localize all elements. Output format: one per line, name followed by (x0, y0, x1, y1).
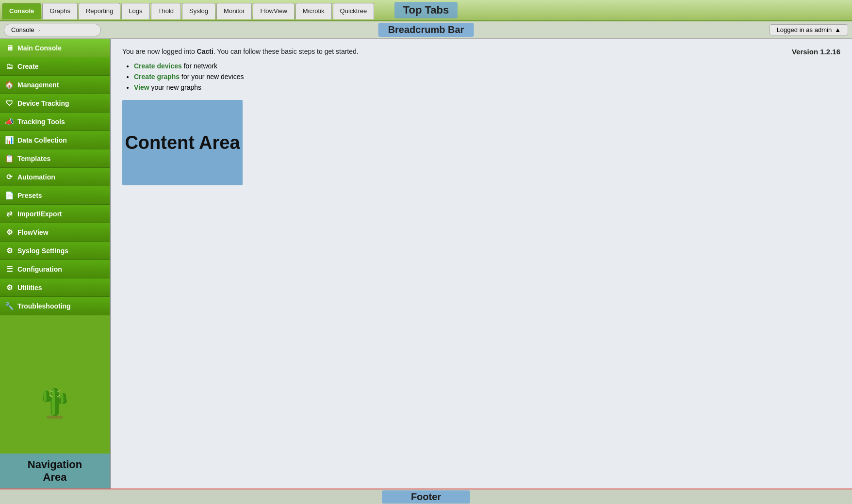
content-steps: Create devices for network Create graphs… (122, 62, 840, 91)
nav-area: NavigationArea (0, 315, 110, 488)
breadcrumb-arrow: › (38, 27, 40, 33)
sidebar-label-tracking-tools: Tracking Tools (17, 118, 65, 126)
step-create-devices-text: for network (184, 62, 217, 70)
step-create-devices: Create devices for network (134, 62, 840, 70)
management-icon: 🏠 (5, 81, 14, 89)
user-arrow-icon: ▲ (835, 26, 841, 33)
presets-icon: 📄 (5, 191, 14, 200)
sidebar-label-troubleshooting: Troubleshooting (17, 302, 71, 310)
sidebar-label-configuration: Configuration (17, 265, 62, 273)
sidebar-item-import-export[interactable]: ⇄ Import/Export (0, 205, 110, 223)
step-view-text: your new graphs (151, 83, 202, 91)
sidebar-label-syslog-settings: Syslog Settings (17, 247, 68, 255)
data-collection-icon: 📊 (5, 136, 14, 145)
top-tabs-bar: Console Graphs Reporting Logs Thold Sysl… (0, 0, 852, 21)
tab-monitor[interactable]: Monitor (216, 3, 252, 19)
view-link[interactable]: View (134, 83, 149, 91)
breadcrumb-user[interactable]: Logged in as admin ▲ (770, 24, 848, 35)
svg-rect-4 (44, 390, 47, 401)
svg-rect-7 (61, 393, 64, 404)
sidebar-label-templates: Templates (17, 155, 50, 163)
sidebar-label-import-export: Import/Export (17, 210, 62, 218)
sidebar-label-presets: Presets (17, 192, 42, 199)
breadcrumb-left: Console › (4, 24, 101, 36)
sidebar-item-device-tracking[interactable]: 🛡 Device Tracking (0, 94, 110, 113)
footer: Footer (0, 488, 852, 504)
sidebar-item-flowview[interactable]: ⚙ FlowView (0, 223, 110, 242)
sidebar-label-create: Create (17, 63, 39, 70)
device-tracking-icon: 🛡 (5, 99, 14, 108)
tab-reporting[interactable]: Reporting (79, 3, 120, 19)
tab-thold[interactable]: Thold (151, 3, 181, 19)
tracking-tools-icon: 📣 (5, 117, 14, 126)
sidebar-item-main-console[interactable]: 🖥 Main Console (0, 39, 110, 57)
breadcrumb-bar: Console › Breadcrumb Bar Logged in as ad… (0, 21, 852, 39)
utilities-icon: ⚙ (5, 283, 14, 292)
sidebar-label-data-collection: Data Collection (17, 136, 67, 144)
import-export-icon: ⇄ (5, 210, 14, 218)
create-devices-link[interactable]: Create devices (134, 62, 182, 70)
tab-console[interactable]: Console (2, 3, 41, 19)
sidebar-label-main-console: Main Console (17, 44, 62, 52)
content-area: You are now logged into Cacti. You can f… (111, 39, 852, 488)
tab-syslog[interactable]: Syslog (182, 3, 215, 19)
content-area-box: Content Area (122, 100, 243, 185)
flowview-icon: ⚙ (5, 228, 14, 237)
step-view: View your new graphs (134, 83, 840, 91)
sidebar-item-utilities[interactable]: ⚙ Utilities (0, 278, 110, 297)
templates-icon: 📋 (5, 154, 14, 163)
sidebar-item-tracking-tools[interactable]: 📣 Tracking Tools (0, 113, 110, 131)
tab-logs[interactable]: Logs (121, 3, 149, 19)
automation-icon: ⟳ (5, 173, 14, 181)
troubleshooting-icon: 🔧 (5, 302, 14, 310)
create-icon: 🗂 (5, 62, 14, 71)
create-graphs-link[interactable]: Create graphs (134, 73, 180, 81)
tab-graphs[interactable]: Graphs (42, 3, 78, 19)
sidebar-item-create[interactable]: 🗂 Create (0, 57, 110, 76)
sidebar-item-data-collection[interactable]: 📊 Data Collection (0, 131, 110, 149)
syslog-settings-icon: ⚙ (5, 246, 14, 255)
top-tabs-label: Top Tabs (394, 2, 458, 18)
sidebar-item-troubleshooting[interactable]: 🔧 Troubleshooting (0, 297, 110, 315)
tab-flowview[interactable]: FlowView (253, 3, 294, 19)
sidebar: 🖥 Main Console 🗂 Create 🏠 Management 🛡 D… (0, 39, 111, 488)
sidebar-label-flowview: FlowView (17, 228, 49, 236)
logged-in-label: Logged in as admin (777, 26, 832, 33)
configuration-icon: ☰ (5, 265, 14, 274)
content-intro: You are now logged into Cacti. You can f… (122, 48, 840, 55)
footer-label: Footer (382, 490, 470, 504)
breadcrumb-console: Console (11, 26, 34, 33)
cactus-image (31, 376, 79, 424)
main-console-icon: 🖥 (5, 44, 14, 52)
brand-name: Cacti (197, 48, 213, 55)
sidebar-label-automation: Automation (17, 173, 55, 181)
version-label: Version 1.2.16 (792, 48, 840, 56)
sidebar-item-automation[interactable]: ⟳ Automation (0, 168, 110, 186)
sidebar-item-templates[interactable]: 📋 Templates (0, 149, 110, 168)
sidebar-item-syslog-settings[interactable]: ⚙ Syslog Settings (0, 242, 110, 260)
sidebar-item-management[interactable]: 🏠 Management (0, 76, 110, 94)
tab-microtik[interactable]: Microtik (295, 3, 332, 19)
sidebar-label-utilities: Utilities (17, 284, 42, 292)
main-layout: 🖥 Main Console 🗂 Create 🏠 Management 🛡 D… (0, 39, 852, 488)
step-create-graphs: Create graphs for your new devices (134, 73, 840, 81)
step-create-graphs-text: for your new devices (181, 73, 244, 81)
sidebar-item-configuration[interactable]: ☰ Configuration (0, 260, 110, 278)
svg-rect-1 (51, 389, 55, 415)
tab-quicktree[interactable]: Quicktree (333, 3, 375, 19)
sidebar-label-device-tracking: Device Tracking (17, 99, 69, 107)
breadcrumb-center: Breadcrumb Bar (378, 23, 474, 37)
sidebar-label-management: Management (17, 81, 59, 89)
sidebar-item-presets[interactable]: 📄 Presets (0, 186, 110, 205)
nav-area-label: NavigationArea (0, 454, 110, 488)
svg-rect-8 (47, 415, 63, 419)
